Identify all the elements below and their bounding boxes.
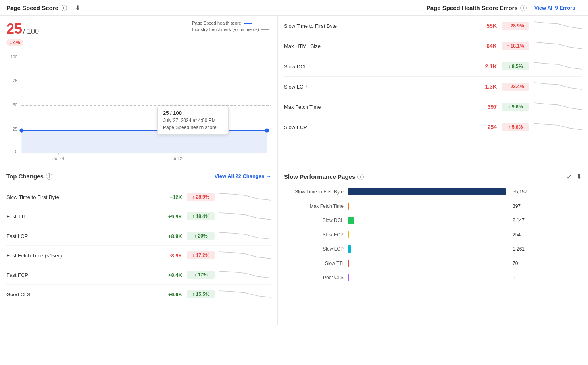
error-name: Slow LCP <box>284 84 476 90</box>
change-badge: ↑ 15.5% <box>187 290 215 298</box>
score-change-text: ↓ 4% <box>10 40 20 45</box>
error-count: 55K <box>481 23 497 29</box>
tooltip-date: July 27, 2024 at 4:00 PM <box>163 118 223 123</box>
bar-value: 2,147 <box>513 218 525 223</box>
bar-label: Slow TTI <box>284 261 344 266</box>
error-row: Slow FCP 254 ↑ 5.8% <box>284 117 582 137</box>
page-speed-score-title: Page Speed Score i <box>6 4 67 11</box>
change-name: Fast LCP <box>6 233 159 239</box>
error-badge: ↑ 18.1% <box>502 42 529 50</box>
svg-text:50: 50 <box>13 102 17 107</box>
change-name: Fast Fetch Time (<1sec) <box>6 253 159 259</box>
change-badge: ↑ 17% <box>187 271 215 279</box>
error-row: Slow Time to First Byte 55K ↑ 28.9% <box>284 16 582 36</box>
change-badge: ↓ 17.2% <box>187 251 215 259</box>
bar-chart-row: Slow DCL 2,147 <box>284 217 582 224</box>
bar-chart-row: Poor CLS 1 <box>284 274 582 281</box>
chart-legend: Page Speed health score Industry Benchma… <box>192 21 269 32</box>
error-name: Slow DCL <box>284 64 476 70</box>
change-value: -8.9K <box>164 253 182 259</box>
bar-container <box>348 217 506 224</box>
error-name: Slow Time to First Byte <box>284 23 476 29</box>
bar-value: 254 <box>513 232 521 238</box>
top-changes-info-icon[interactable]: i <box>46 173 52 180</box>
bar-chart-row: Slow Time to First Byte 55,157 <box>284 188 582 195</box>
download-icon[interactable]: ⬇ <box>75 4 80 12</box>
bars-list: Slow Time to First Byte 55,157 Max Fetch… <box>284 188 582 281</box>
bar-value: 1 <box>513 275 515 280</box>
score-denom: / 100 <box>23 27 39 36</box>
bar-container <box>348 245 506 253</box>
view-all-changes-link[interactable]: View All 22 Changes → <box>215 173 271 179</box>
error-name: Max Fetch Time <box>284 104 476 110</box>
bar-container <box>348 203 506 210</box>
legend-benchmark: Industry Benchmark (e commerce) <box>192 27 269 32</box>
slow-pages-download-icon[interactable]: ⬇ <box>576 173 582 180</box>
error-count: 64K <box>481 43 497 49</box>
change-badge: ↑ 28.9% <box>187 193 215 201</box>
bar-label: Slow Time to First Byte <box>284 189 344 195</box>
change-name: Fast FCP <box>6 272 159 278</box>
score-change-badge: ↓ 4% <box>6 39 23 46</box>
legend-benchmark-line <box>261 29 269 30</box>
change-badge: ↑ 18.4% <box>187 212 215 220</box>
error-badge: ↑ 23.4% <box>502 83 529 91</box>
change-value: +6.6K <box>164 292 182 297</box>
bar <box>348 260 349 267</box>
slow-pages-info-icon[interactable]: i <box>357 174 364 180</box>
bar-label: Slow LCP <box>284 246 344 252</box>
chart-area: 100 75 50 25 0 Jul 24 Jul 26 <box>6 50 271 161</box>
error-badge: ↓ 8.5% <box>502 62 529 70</box>
main-content: 25 / 100 ↓ 4% Page Speed health score In… <box>0 16 588 166</box>
change-value: +8.9K <box>164 233 182 239</box>
bar-chart-row: Slow TTI 70 <box>284 260 582 267</box>
svg-point-8 <box>265 129 269 133</box>
legend-benchmark-label: Industry Benchmark (e commerce) <box>192 27 259 32</box>
error-row: Slow LCP 1.3K ↑ 23.4% <box>284 77 582 97</box>
svg-text:75: 75 <box>13 78 17 83</box>
svg-text:Jul 24: Jul 24 <box>53 156 65 161</box>
expand-icon[interactable]: ⤢ <box>567 173 572 180</box>
score-number: 25 <box>6 21 22 37</box>
right-panel: Slow Time to First Byte 55K ↑ 28.9% Max … <box>278 16 588 166</box>
view-all-errors-link[interactable]: View All 9 Errors → <box>534 5 582 11</box>
bar-chart-row: Slow FCP 254 <box>284 231 582 238</box>
errors-section: Page Speed Health Score Errors i <box>427 4 527 11</box>
bar-container <box>348 231 506 238</box>
error-badge: ↓ 9.6% <box>502 103 529 111</box>
change-badge: ↑ 20% <box>187 232 215 240</box>
change-row: Fast TTI +9.9K ↑ 18.4% <box>6 207 271 226</box>
bar-container <box>348 274 506 281</box>
bar-value: 397 <box>513 203 521 209</box>
bar-value: 55,157 <box>513 189 527 195</box>
title-info-icon[interactable]: i <box>61 5 67 11</box>
slow-pages-header: Slow Performance Pages i ⤢ ⬇ <box>284 173 582 180</box>
bar-container <box>348 188 506 195</box>
title-text: Page Speed Score <box>6 4 58 11</box>
bar <box>348 188 506 195</box>
svg-text:Jul 26: Jul 26 <box>173 156 185 161</box>
error-row: Max Fetch Time 397 ↓ 9.6% <box>284 97 582 117</box>
bar-container <box>348 260 506 267</box>
error-badge: ↑ 28.9% <box>502 22 529 30</box>
error-count: 1.3K <box>481 83 497 90</box>
errors-title-text: Page Speed Health Score Errors <box>427 4 518 11</box>
error-name: Slow FCP <box>284 124 476 130</box>
change-value: +8.4K <box>164 272 182 278</box>
bar-label: Max Fetch Time <box>284 203 344 209</box>
error-row: Max HTML Size 64K ↑ 18.1% <box>284 36 582 56</box>
change-name: Fast TTI <box>6 214 159 220</box>
bar <box>348 217 354 224</box>
bottom-left: Top Changes i View All 22 Changes → Slow… <box>0 166 278 325</box>
change-row: Fast Fetch Time (<1sec) -8.9K ↓ 17.2% <box>6 246 271 265</box>
legend-score-line <box>244 23 252 24</box>
change-value: +9.9K <box>164 214 182 220</box>
change-name: Good CLS <box>6 292 159 297</box>
bar-label: Poor CLS <box>284 275 344 280</box>
bar-chart-row: Max Fetch Time 397 <box>284 203 582 210</box>
top-changes-title-text: Top Changes <box>6 173 44 180</box>
errors-info-icon[interactable]: i <box>520 5 527 11</box>
change-row: Fast LCP +8.9K ↑ 20% <box>6 226 271 246</box>
change-row: Fast FCP +8.4K ↑ 17% <box>6 265 271 285</box>
chart-tooltip: 25 / 100 July 27, 2024 at 4:00 PM Page S… <box>157 106 229 135</box>
